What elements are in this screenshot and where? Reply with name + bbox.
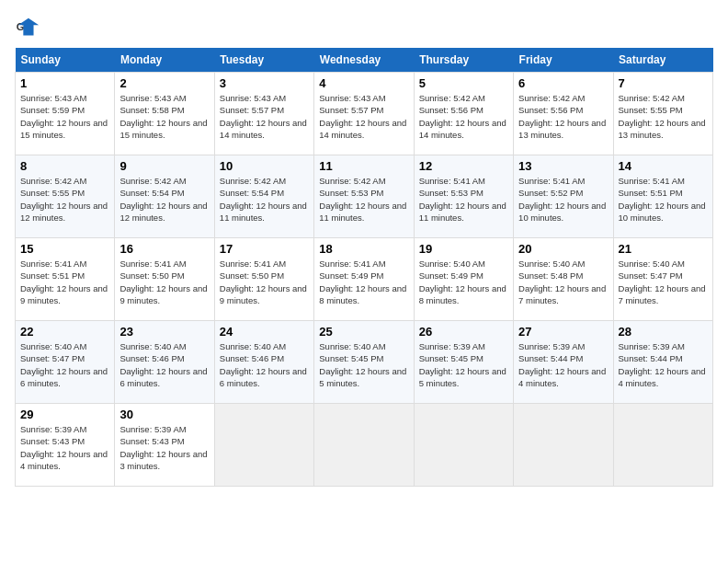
day-number: 24 (220, 325, 309, 339)
day-number: 4 (319, 76, 408, 90)
day-number: 8 (20, 159, 109, 173)
day-info: Sunrise: 5:42 AM Sunset: 5:54 PM Dayligh… (119, 175, 209, 224)
day-info: Sunrise: 5:42 AM Sunset: 5:54 PM Dayligh… (220, 175, 309, 224)
calendar-day-cell: 11 Sunrise: 5:42 AM Sunset: 5:53 PM Dayl… (314, 155, 414, 238)
calendar-day-cell: 28 Sunrise: 5:39 AM Sunset: 5:44 PM Dayl… (613, 321, 712, 404)
day-info: Sunrise: 5:41 AM Sunset: 5:51 PM Dayligh… (20, 258, 109, 306)
calendar-day-cell (414, 404, 513, 487)
calendar-day-cell: 14 Sunrise: 5:41 AM Sunset: 5:51 PM Dayl… (613, 155, 712, 238)
calendar-day-cell: 6 Sunrise: 5:42 AM Sunset: 5:56 PM Dayli… (514, 73, 613, 155)
day-info: Sunrise: 5:42 AM Sunset: 5:55 PM Dayligh… (619, 92, 708, 141)
day-number: 15 (20, 242, 109, 256)
calendar-week-row: 1 Sunrise: 5:43 AM Sunset: 5:59 PM Dayli… (16, 73, 713, 155)
weekday-header-sunday: Sunday (16, 48, 115, 73)
calendar-week-row: 8 Sunrise: 5:42 AM Sunset: 5:55 PM Dayli… (16, 155, 713, 238)
calendar-week-row: 15 Sunrise: 5:41 AM Sunset: 5:51 PM Dayl… (16, 238, 713, 321)
day-number: 9 (119, 159, 209, 173)
calendar-day-cell: 16 Sunrise: 5:41 AM Sunset: 5:50 PM Dayl… (115, 238, 214, 321)
day-info: Sunrise: 5:41 AM Sunset: 5:50 PM Dayligh… (220, 258, 309, 306)
day-number: 1 (20, 76, 109, 90)
day-info: Sunrise: 5:41 AM Sunset: 5:51 PM Dayligh… (619, 175, 708, 224)
calendar-day-cell: 10 Sunrise: 5:42 AM Sunset: 5:54 PM Dayl… (214, 155, 313, 238)
calendar-day-cell: 23 Sunrise: 5:40 AM Sunset: 5:46 PM Dayl… (115, 321, 214, 404)
day-number: 7 (619, 76, 708, 90)
day-info: Sunrise: 5:40 AM Sunset: 5:47 PM Dayligh… (619, 258, 708, 306)
weekday-header-monday: Monday (115, 48, 214, 73)
day-info: Sunrise: 5:39 AM Sunset: 5:43 PM Dayligh… (20, 423, 109, 472)
calendar-day-cell: 25 Sunrise: 5:40 AM Sunset: 5:45 PM Dayl… (314, 321, 414, 404)
calendar-day-cell: 17 Sunrise: 5:41 AM Sunset: 5:50 PM Dayl… (214, 238, 313, 321)
day-info: Sunrise: 5:39 AM Sunset: 5:45 PM Dayligh… (419, 340, 508, 389)
day-number: 17 (220, 242, 309, 256)
calendar-day-cell: 4 Sunrise: 5:43 AM Sunset: 5:57 PM Dayli… (314, 73, 414, 155)
day-number: 19 (419, 242, 508, 256)
day-number: 11 (319, 159, 408, 173)
calendar-day-cell: 9 Sunrise: 5:42 AM Sunset: 5:54 PM Dayli… (115, 155, 214, 238)
day-number: 12 (419, 159, 508, 173)
day-info: Sunrise: 5:41 AM Sunset: 5:49 PM Dayligh… (319, 258, 408, 306)
calendar-week-row: 22 Sunrise: 5:40 AM Sunset: 5:47 PM Dayl… (16, 321, 713, 404)
calendar-week-row: 29 Sunrise: 5:39 AM Sunset: 5:43 PM Dayl… (16, 404, 713, 487)
calendar-day-cell: 1 Sunrise: 5:43 AM Sunset: 5:59 PM Dayli… (16, 73, 115, 155)
weekday-header-wednesday: Wednesday (314, 48, 414, 73)
calendar-day-cell: 30 Sunrise: 5:39 AM Sunset: 5:43 PM Dayl… (115, 404, 214, 487)
day-number: 29 (20, 408, 109, 421)
day-info: Sunrise: 5:42 AM Sunset: 5:53 PM Dayligh… (319, 175, 408, 224)
calendar-day-cell: 26 Sunrise: 5:39 AM Sunset: 5:45 PM Dayl… (414, 321, 513, 404)
calendar-day-cell: 8 Sunrise: 5:42 AM Sunset: 5:55 PM Dayli… (16, 155, 115, 238)
calendar-day-cell: 19 Sunrise: 5:40 AM Sunset: 5:49 PM Dayl… (414, 238, 513, 321)
day-info: Sunrise: 5:39 AM Sunset: 5:44 PM Dayligh… (518, 340, 608, 389)
day-info: Sunrise: 5:40 AM Sunset: 5:49 PM Dayligh… (419, 258, 508, 306)
calendar-day-cell: 2 Sunrise: 5:43 AM Sunset: 5:58 PM Dayli… (115, 73, 214, 155)
day-info: Sunrise: 5:43 AM Sunset: 5:57 PM Dayligh… (220, 92, 309, 141)
day-number: 26 (419, 325, 508, 339)
calendar-day-cell: 27 Sunrise: 5:39 AM Sunset: 5:44 PM Dayl… (514, 321, 613, 404)
calendar-day-cell: 24 Sunrise: 5:40 AM Sunset: 5:46 PM Dayl… (214, 321, 313, 404)
day-info: Sunrise: 5:42 AM Sunset: 5:55 PM Dayligh… (20, 175, 109, 224)
weekday-header-row: SundayMondayTuesdayWednesdayThursdayFrid… (16, 48, 713, 73)
day-info: Sunrise: 5:41 AM Sunset: 5:52 PM Dayligh… (518, 175, 608, 224)
day-info: Sunrise: 5:43 AM Sunset: 5:58 PM Dayligh… (119, 92, 209, 141)
calendar-day-cell: 21 Sunrise: 5:40 AM Sunset: 5:47 PM Dayl… (613, 238, 712, 321)
day-number: 30 (119, 408, 209, 421)
day-number: 3 (220, 76, 309, 90)
day-number: 25 (319, 325, 408, 339)
day-number: 27 (518, 325, 608, 339)
day-number: 20 (518, 242, 608, 256)
calendar-day-cell: 5 Sunrise: 5:42 AM Sunset: 5:56 PM Dayli… (414, 73, 513, 155)
day-info: Sunrise: 5:39 AM Sunset: 5:43 PM Dayligh… (119, 423, 209, 472)
day-info: Sunrise: 5:40 AM Sunset: 5:46 PM Dayligh… (119, 340, 209, 389)
day-number: 2 (119, 76, 209, 90)
calendar-day-cell (314, 404, 414, 487)
day-number: 16 (119, 242, 209, 256)
day-number: 6 (518, 76, 608, 90)
day-number: 28 (619, 325, 708, 339)
day-info: Sunrise: 5:40 AM Sunset: 5:47 PM Dayligh… (20, 340, 109, 389)
calendar-day-cell: 22 Sunrise: 5:40 AM Sunset: 5:47 PM Dayl… (16, 321, 115, 404)
page-header: G (15, 15, 713, 40)
calendar-day-cell (613, 404, 712, 487)
day-info: Sunrise: 5:40 AM Sunset: 5:48 PM Dayligh… (518, 258, 608, 306)
day-info: Sunrise: 5:43 AM Sunset: 5:59 PM Dayligh… (20, 92, 109, 141)
calendar-day-cell: 18 Sunrise: 5:41 AM Sunset: 5:49 PM Dayl… (314, 238, 414, 321)
calendar-table: SundayMondayTuesdayWednesdayThursdayFrid… (15, 48, 713, 487)
calendar-day-cell: 20 Sunrise: 5:40 AM Sunset: 5:48 PM Dayl… (514, 238, 613, 321)
day-number: 14 (619, 159, 708, 173)
day-number: 18 (319, 242, 408, 256)
day-info: Sunrise: 5:40 AM Sunset: 5:46 PM Dayligh… (220, 340, 309, 389)
day-number: 5 (419, 76, 508, 90)
day-info: Sunrise: 5:42 AM Sunset: 5:56 PM Dayligh… (518, 92, 608, 141)
day-number: 21 (619, 242, 708, 256)
day-number: 23 (119, 325, 209, 339)
logo: G (15, 15, 44, 40)
calendar-day-cell: 7 Sunrise: 5:42 AM Sunset: 5:55 PM Dayli… (613, 73, 712, 155)
weekday-header-friday: Friday (514, 48, 613, 73)
day-info: Sunrise: 5:43 AM Sunset: 5:57 PM Dayligh… (319, 92, 408, 141)
calendar-day-cell: 15 Sunrise: 5:41 AM Sunset: 5:51 PM Dayl… (16, 238, 115, 321)
calendar-day-cell: 3 Sunrise: 5:43 AM Sunset: 5:57 PM Dayli… (214, 73, 313, 155)
day-info: Sunrise: 5:39 AM Sunset: 5:44 PM Dayligh… (619, 340, 708, 389)
day-info: Sunrise: 5:41 AM Sunset: 5:53 PM Dayligh… (419, 175, 508, 224)
day-info: Sunrise: 5:40 AM Sunset: 5:45 PM Dayligh… (319, 340, 408, 389)
calendar-day-cell: 13 Sunrise: 5:41 AM Sunset: 5:52 PM Dayl… (514, 155, 613, 238)
day-number: 22 (20, 325, 109, 339)
